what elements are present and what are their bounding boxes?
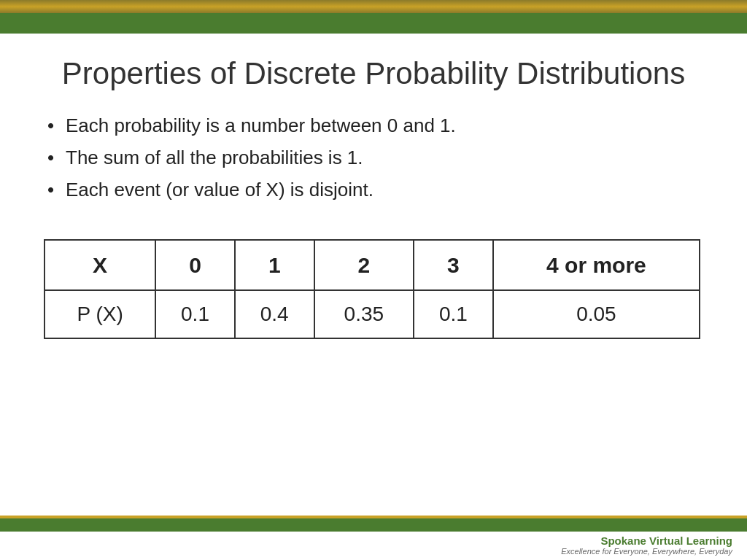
prob-3: 0.1 xyxy=(414,290,493,338)
header-x: X xyxy=(44,240,155,290)
prob-1: 0.4 xyxy=(235,290,314,338)
table-header-row: X 0 1 2 3 4 or more xyxy=(44,240,700,290)
bullet-item-3: Each event (or value of X) is disjoint. xyxy=(44,178,703,203)
top-gold-bar xyxy=(0,0,747,13)
bullet-list: Each probability is a number between 0 a… xyxy=(44,114,703,209)
probability-table: X 0 1 2 3 4 or more P (X) 0.1 0.4 0.35 0… xyxy=(44,239,700,339)
brand-name: Spokane Virtual Learning xyxy=(561,534,732,547)
top-green-bar xyxy=(0,13,747,34)
bullet-item-2: The sum of all the probabilities is 1. xyxy=(44,146,703,171)
bullet-item-1: Each probability is a number between 0 a… xyxy=(44,114,703,139)
brand-block: Spokane Virtual Learning Excellence for … xyxy=(561,534,732,556)
prob-2: 0.35 xyxy=(314,290,414,338)
table-wrapper: X 0 1 2 3 4 or more P (X) 0.1 0.4 0.35 0… xyxy=(44,239,703,501)
header-1: 1 xyxy=(235,240,314,290)
slide: Properties of Discrete Probability Distr… xyxy=(0,0,747,560)
header-3: 3 xyxy=(414,240,493,290)
prob-4-or-more: 0.05 xyxy=(493,290,700,338)
header-2: 2 xyxy=(314,240,414,290)
header-0: 0 xyxy=(155,240,235,290)
slide-title: Properties of Discrete Probability Distr… xyxy=(44,55,703,92)
table-data-row: P (X) 0.1 0.4 0.35 0.1 0.05 xyxy=(44,290,700,338)
prob-0: 0.1 xyxy=(155,290,235,338)
header-4-or-more: 4 or more xyxy=(493,240,700,290)
bottom-green-bar xyxy=(0,518,747,532)
row-label-px: P (X) xyxy=(44,290,155,338)
brand-tagline: Excellence for Everyone, Everywhere, Eve… xyxy=(561,547,732,556)
footer: Spokane Virtual Learning Excellence for … xyxy=(0,532,747,560)
content-area: Properties of Discrete Probability Distr… xyxy=(0,34,747,516)
